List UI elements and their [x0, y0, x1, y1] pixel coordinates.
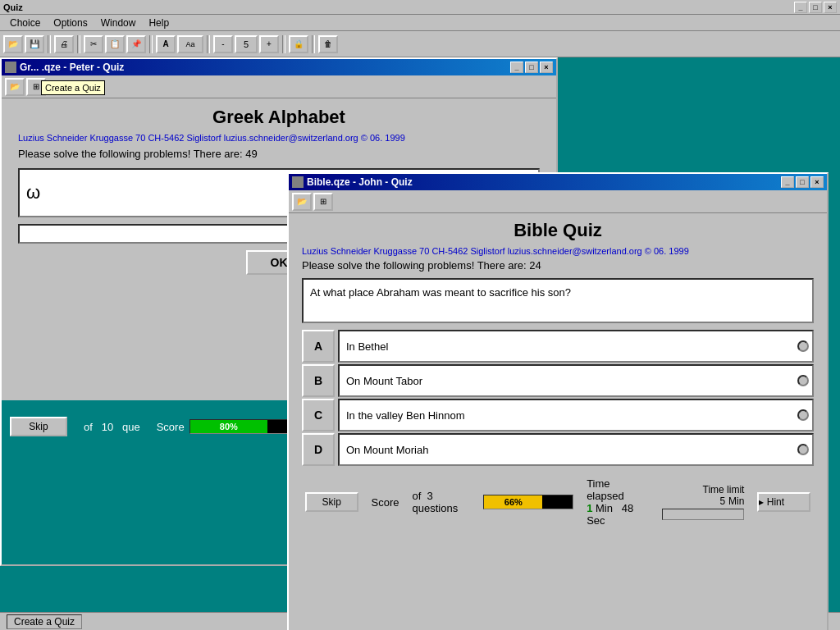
toolbar-number-box[interactable]: 5 [235, 35, 258, 53]
bible-of-text: of 3 questions [413, 490, 479, 514]
greek-of-label: of 10 que [84, 421, 140, 433]
menu-choice[interactable]: Choice [3, 16, 47, 30]
greek-score-bar-fill: 80% [190, 420, 267, 433]
toolbar-bold-btn[interactable]: A [156, 35, 176, 53]
greek-window-icon [5, 62, 16, 73]
bible-score-bar-bg: 66% [483, 495, 573, 509]
bible-of-section: Score [372, 496, 399, 509]
greek-skip-button[interactable]: Skip [10, 417, 67, 436]
toolbar-sep4 [207, 35, 210, 53]
bible-time-section: Time elapsed 1 Min 48 Sec [587, 477, 649, 527]
bible-inner-toolbar: 📂 ⊞ [289, 190, 827, 213]
menu-options[interactable]: Options [47, 16, 94, 30]
bible-time-limit-label: Time limit [703, 484, 745, 495]
status-text-panel: Create a Quiz [7, 614, 82, 629]
toolbar-sep3 [149, 35, 153, 53]
menu-window[interactable]: Window [94, 16, 143, 30]
menu-help[interactable]: Help [142, 16, 176, 30]
toolbar-tooltip: Create a Quiz [41, 80, 105, 95]
bible-score-display: of 3 questions 66% [413, 490, 574, 514]
bible-questions-label: questions [413, 502, 459, 514]
greek-window-title: Gr... .qze - Peter - Quiz [20, 62, 124, 73]
option-row-c: C In the valley Ben Hinnom [302, 399, 814, 431]
status-text: Create a Quiz [14, 616, 75, 628]
greek-author: Luzius Schneider Kruggasse 70 CH-5462 Si… [18, 133, 540, 143]
option-c-button[interactable]: C [302, 399, 335, 431]
greek-close-btn[interactable]: × [540, 62, 553, 73]
bible-of-label: of [413, 490, 422, 502]
bible-title-left: Bible.qze - John - Quiz [292, 176, 413, 188]
bible-skip-button[interactable]: Skip [305, 492, 358, 512]
toolbar-sep5 [282, 35, 285, 53]
toolbar-inc-btn[interactable]: + [259, 35, 279, 53]
greek-titlebar: Gr... .qze - Peter - Quiz _ □ × [2, 59, 556, 75]
taskbar-close[interactable]: × [824, 2, 837, 13]
toolbar-font-btn[interactable]: Aa [177, 35, 203, 53]
bible-score-bar-fill: 66% [484, 495, 542, 509]
greek-maximize-btn[interactable]: □ [525, 62, 538, 73]
bible-close-btn[interactable]: × [810, 176, 824, 188]
option-d-text[interactable]: On Mount Moriah [338, 433, 814, 466]
bible-grid-btn[interactable]: ⊞ [313, 193, 333, 211]
bible-minimize-btn[interactable]: _ [781, 176, 794, 188]
greek-que: que [122, 421, 140, 433]
option-row-b: B On Mount Tabor [302, 364, 814, 397]
option-a-text[interactable]: In Bethel [338, 330, 814, 363]
bible-time-sec-label: Sec [587, 514, 605, 527]
bible-maximize-btn[interactable]: □ [796, 176, 809, 188]
toolbar-delete-btn[interactable]: 🗑 [318, 35, 338, 53]
bible-content: Bible Quiz Luzius Schneider Kruggasse 70… [289, 213, 827, 533]
toolbar-paste-btn[interactable]: 📌 [126, 35, 146, 53]
bible-titlebar: Bible.qze - John - Quiz _ □ × [289, 174, 827, 190]
greek-score-label: Score [157, 421, 185, 433]
option-c-radio [797, 409, 809, 421]
greek-subtitle: Please solve the following problems! The… [18, 148, 540, 160]
option-b-button[interactable]: B [302, 364, 335, 397]
greek-symbol: ω [26, 182, 40, 203]
toolbar-dec-btn[interactable]: - [213, 35, 233, 53]
bible-time-values: 1 Min 48 Sec [587, 502, 649, 527]
bible-options: A In Bethel B On Mount Tabor C In the va… [302, 330, 814, 468]
greek-title-left: Gr... .qze - Peter - Quiz [5, 62, 124, 73]
bible-time-elapsed-label: Time elapsed [587, 477, 649, 502]
option-c-text[interactable]: In the valley Ben Hinnom [338, 399, 814, 431]
bible-score-label-text: Score [372, 496, 399, 509]
greek-score-bar-bg: 80% [189, 419, 288, 434]
option-a-label: In Bethel [346, 340, 388, 353]
option-a-radio [797, 340, 809, 352]
toolbar-sep1 [48, 35, 51, 53]
greek-minimize-btn[interactable]: _ [510, 62, 523, 73]
greek-score-display: Score 80% [157, 419, 288, 434]
option-d-label: On Mount Moriah [346, 444, 428, 456]
greek-score-percent: 80% [220, 422, 238, 431]
taskbar-maximize[interactable]: □ [809, 2, 822, 13]
bible-time-limit-bar [662, 509, 744, 520]
toolbar-open-btn[interactable]: 📂 [3, 35, 23, 53]
toolbar-lock-btn[interactable]: 🔒 [289, 35, 308, 53]
toolbar-save-btn[interactable]: 💾 [25, 35, 44, 53]
bible-subtitle: Please solve the following problems! The… [302, 259, 814, 272]
bible-hint-button[interactable]: ▸ Hint [757, 492, 810, 512]
bible-open-btn[interactable]: 📂 [292, 193, 312, 211]
bible-window-icon [292, 176, 304, 188]
bible-window-controls: _ □ × [781, 176, 824, 188]
bible-time-limit-unit: Min [728, 495, 744, 507]
taskbar: Quiz _ □ × [0, 0, 840, 15]
option-row-d: D On Mount Moriah [302, 433, 814, 466]
greek-open-btn[interactable]: 📂 [5, 78, 25, 96]
greek-window-controls: _ □ × [510, 62, 553, 73]
bible-time-sec: 48 [622, 502, 633, 514]
taskbar-minimize[interactable]: _ [794, 2, 807, 13]
toolbar-copy-btn[interactable]: 📋 [105, 35, 125, 53]
greek-header: Greek Alphabet [18, 107, 540, 128]
option-a-button[interactable]: A [302, 330, 335, 363]
option-b-text[interactable]: On Mount Tabor [338, 364, 814, 397]
bible-bottom-bar: Skip Score of 3 questions 66% Time elaps… [302, 477, 814, 527]
bible-question-box: At what place Abraham was meant to sacri… [302, 278, 814, 323]
toolbar-print-btn[interactable]: 🖨 [54, 35, 74, 53]
option-d-button[interactable]: D [302, 433, 335, 466]
toolbar-cut-btn[interactable]: ✂ [84, 35, 103, 53]
bible-time-limit-value: 5 [719, 495, 725, 507]
bible-quiz-window: Bible.qze - John - Quiz _ □ × 📂 ⊞ Bible … [287, 172, 829, 630]
bible-time-limit-section: Time limit 5 Min [662, 484, 744, 520]
